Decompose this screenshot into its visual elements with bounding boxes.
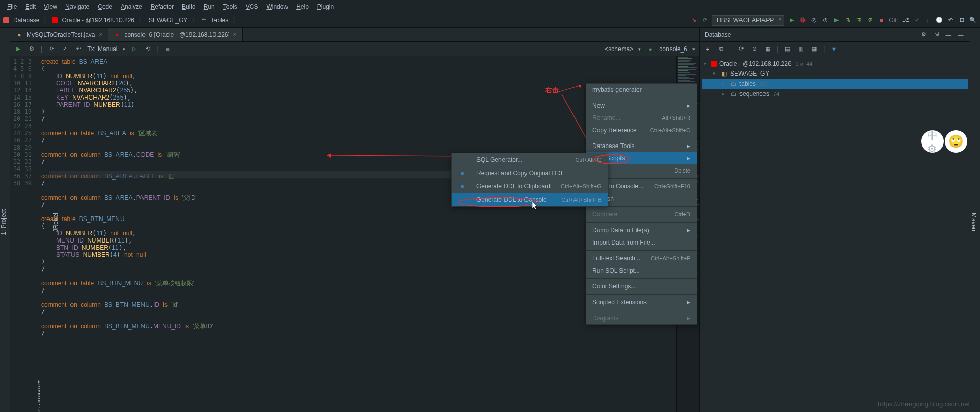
minimize-icon[interactable]: — bbox=[944, 31, 952, 39]
run2-icon[interactable]: ▶ bbox=[832, 16, 841, 25]
ctx-database-tools[interactable]: Database Tools▶ bbox=[586, 140, 697, 152]
db-panel-title: Database bbox=[705, 31, 731, 38]
menu-plugin[interactable]: Plugin bbox=[313, 1, 338, 12]
tree-schema[interactable]: ▾ ◧ SEWAGE_GY bbox=[702, 68, 968, 79]
menu-vcs[interactable]: VCS bbox=[242, 1, 262, 12]
stop-db-icon[interactable]: ⊘ bbox=[750, 45, 758, 53]
git-history-icon[interactable]: 🕒 bbox=[935, 16, 943, 25]
tree-datasource[interactable]: ▾ Oracle - @192.168.10.226 1 of 44 bbox=[702, 59, 968, 68]
breadcrumb-db[interactable]: Oracle - @192.168.10.226 bbox=[60, 16, 136, 25]
git-update-icon[interactable]: ↓ bbox=[924, 16, 932, 25]
breadcrumb-schema[interactable]: SEWAGE_GY bbox=[147, 16, 189, 25]
editor-tab[interactable]: ●console_6 [Oracle - @192.168.10.226]✕ bbox=[108, 28, 243, 41]
breadcrumb: Database 〉 Oracle - @192.168.10.226 〉 SE… bbox=[3, 16, 238, 25]
hide-icon[interactable]: — bbox=[957, 31, 965, 39]
jrebel-icon[interactable]: ⚗ bbox=[844, 16, 852, 25]
run-icon[interactable]: ▶ bbox=[787, 16, 796, 25]
jrebel2-icon[interactable]: ⚗ bbox=[855, 16, 863, 25]
run-config-select[interactable]: HBSEWAGEAPIAPP bbox=[712, 15, 784, 26]
ctx-sub-generate-ddl-to-console[interactable]: ≡Generate DDL to ConsoleCtrl+Alt+Shift+B bbox=[452, 193, 608, 206]
table-icon[interactable]: ▦ bbox=[763, 45, 772, 53]
git-commit-icon[interactable]: ✓ bbox=[913, 16, 921, 25]
git-branch-icon[interactable]: ⎇ bbox=[901, 16, 910, 25]
breadcrumb-tables[interactable]: tables bbox=[210, 16, 230, 25]
context-submenu: ≡SQL Generator...Ctrl+Alt+G≡Request and … bbox=[451, 153, 608, 207]
code-content[interactable]: create table BS_AREA ( ID NUMBER(11) not… bbox=[38, 56, 676, 412]
coverage-icon[interactable]: ◎ bbox=[810, 16, 818, 25]
view1-icon[interactable]: ▤ bbox=[783, 45, 792, 53]
menu-edit[interactable]: Edit bbox=[21, 1, 40, 12]
ctx-sub-generate-ddl-to-clipboard[interactable]: ≡Generate DDL to ClipboardCtrl+Alt+Shift… bbox=[452, 180, 608, 193]
stop2-icon[interactable]: ■ bbox=[164, 45, 172, 53]
chevron-down-icon: ▾ bbox=[713, 71, 718, 76]
ctx-copy-reference[interactable]: Copy ReferenceCtrl+Alt+Shift+C bbox=[586, 124, 697, 136]
debug-icon[interactable]: 🐞 bbox=[799, 16, 807, 25]
duplicate-icon[interactable]: ⧉ bbox=[717, 45, 725, 53]
menu-build[interactable]: Build bbox=[178, 1, 200, 12]
ctx-dump-data-to-file-s-[interactable]: Dump Data to File(s)▶ bbox=[586, 224, 697, 236]
datasource-label: Oracle - @192.168.10.226 bbox=[719, 60, 792, 67]
gear-icon[interactable]: ⚙ bbox=[920, 31, 928, 39]
schema-label: SEWAGE_GY bbox=[730, 70, 769, 77]
close-icon[interactable]: ✕ bbox=[233, 32, 237, 37]
refresh-db-icon[interactable]: ⟳ bbox=[737, 45, 745, 53]
menu-window[interactable]: Window bbox=[262, 1, 292, 12]
play2-icon[interactable]: ▷ bbox=[130, 45, 138, 53]
collapse-icon[interactable]: ⇲ bbox=[932, 31, 940, 39]
menu-navigate[interactable]: Navigate bbox=[61, 1, 93, 12]
menu-view[interactable]: View bbox=[40, 1, 61, 12]
tx-rollback-icon[interactable]: ↶ bbox=[74, 45, 82, 53]
view3-icon[interactable]: ▦ bbox=[810, 45, 818, 53]
ctx-import-data-from-file-[interactable]: Import Data from File... bbox=[586, 236, 697, 249]
build-icon[interactable]: ⟳ bbox=[701, 16, 709, 25]
grid-icon[interactable]: ⊞ bbox=[958, 16, 966, 25]
menu-help[interactable]: Help bbox=[292, 1, 313, 12]
menu-refactor[interactable]: Refactor bbox=[147, 1, 178, 12]
hammer-icon[interactable]: ↘ bbox=[689, 16, 698, 25]
database-icon bbox=[3, 17, 9, 23]
search-icon[interactable]: 🔍 bbox=[969, 16, 977, 25]
filter-icon[interactable]: ▼ bbox=[830, 45, 838, 53]
menu-file[interactable]: File bbox=[3, 1, 21, 12]
sql-icon: ≡ bbox=[458, 196, 466, 204]
console-select[interactable]: console_6 bbox=[659, 45, 687, 53]
tx-mode[interactable]: Tx: Manual bbox=[87, 45, 117, 53]
execute-icon[interactable]: ▶ bbox=[14, 45, 22, 53]
tx-commit-icon[interactable]: ✓ bbox=[61, 45, 69, 53]
menu-code[interactable]: Code bbox=[93, 1, 116, 12]
ctx-sub-request-and-copy-original-ddl[interactable]: ≡Request and Copy Original DDL bbox=[452, 166, 608, 180]
view2-icon[interactable]: ▥ bbox=[797, 45, 805, 53]
oracle-icon bbox=[711, 61, 717, 67]
current-line-highlight bbox=[49, 171, 452, 178]
project-tool[interactable]: 1: Project bbox=[0, 209, 7, 235]
oracle-icon bbox=[52, 17, 58, 23]
tool-maven[interactable]: Maven bbox=[970, 213, 977, 231]
ctx-new[interactable]: New▶ bbox=[586, 100, 697, 112]
ctx-run-sql-script-[interactable]: Run SQL Script... bbox=[586, 264, 697, 277]
ctx-sub-sql-generator-[interactable]: ≡SQL Generator...Ctrl+Alt+G bbox=[452, 153, 608, 166]
history-icon[interactable]: ⟲ bbox=[144, 45, 152, 53]
profile-icon[interactable]: ⏱ bbox=[821, 16, 829, 25]
ctx-full-text-search-[interactable]: Full-text Search...Ctrl+Alt+Shift+F bbox=[586, 252, 697, 264]
git-revert-icon[interactable]: ↶ bbox=[946, 16, 954, 25]
ctx-color-settings-[interactable]: Color Settings... bbox=[586, 280, 697, 293]
tree-tables[interactable]: ▸ 🗀 tables 101 bbox=[702, 79, 968, 89]
add-icon[interactable]: + bbox=[704, 45, 712, 53]
editor-tab[interactable]: ●MySQLToOracleTest.java✕ bbox=[10, 28, 108, 41]
stop-icon[interactable]: ■ bbox=[877, 16, 886, 25]
jrebel3-icon[interactable]: ⚗ bbox=[866, 16, 874, 25]
menu-run[interactable]: Run bbox=[200, 1, 219, 12]
ctx-scripted-extensions[interactable]: Scripted Extensions▶ bbox=[586, 296, 697, 308]
svg-marker-8 bbox=[532, 202, 537, 209]
breadcrumb-root[interactable]: Database bbox=[11, 16, 41, 25]
chevron-right-icon: 〉 bbox=[232, 16, 238, 25]
settings-icon[interactable]: ⚙ bbox=[28, 45, 36, 53]
tree-sequences[interactable]: ▸ 🗀 sequences 74 bbox=[702, 89, 968, 99]
ctx-mybatis-generator[interactable]: mybatis-generator bbox=[586, 84, 697, 96]
refresh-icon[interactable]: ⟳ bbox=[47, 45, 56, 53]
menu-tools[interactable]: Tools bbox=[219, 1, 242, 12]
schema-select[interactable]: <schema> bbox=[605, 45, 633, 53]
watermark: https://zhengqing.blog.csdn.net bbox=[878, 400, 970, 408]
close-icon[interactable]: ✕ bbox=[99, 32, 103, 37]
menu-analyze[interactable]: Analyze bbox=[116, 1, 147, 12]
